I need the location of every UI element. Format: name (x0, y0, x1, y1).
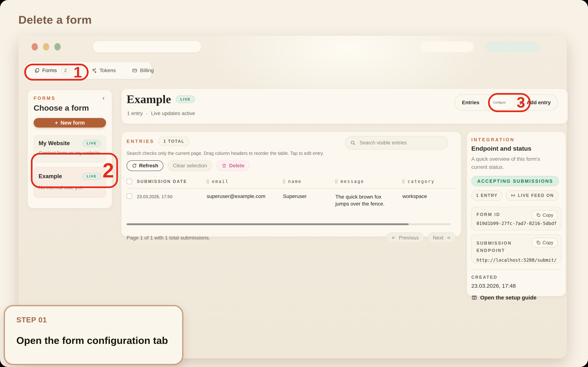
form-title: Example (127, 92, 171, 106)
broadcast-icon (510, 193, 516, 198)
next-label: Next (433, 235, 443, 241)
previous-page-button[interactable]: Previous (386, 233, 424, 243)
copy-endpoint-button[interactable]: Copy (531, 238, 558, 248)
entries-view-button[interactable]: Entries (457, 100, 485, 106)
new-form-label: New form (61, 120, 85, 126)
traffic-light-maximize[interactable] (54, 43, 61, 50)
entries-description: Search checks only the current page. Dra… (127, 151, 456, 156)
toolbar-placeholder[interactable] (420, 42, 474, 52)
delete-button[interactable]: Delete (216, 160, 250, 171)
arrow-left-icon (391, 235, 396, 240)
integration-panel: INTEGRATION Endpoint and status A quick … (467, 132, 566, 296)
entries-search (345, 136, 448, 150)
cell-name: Superuser (283, 193, 335, 199)
entry-count: 1 entry (127, 110, 143, 116)
cell-message: The quick brown fox jumps over the fence… (335, 193, 387, 207)
credit-card-icon (132, 68, 138, 73)
tutorial-canvas: Delete a form Forms 2 Tokens (0, 0, 588, 367)
form-live-badge: LIVE (176, 95, 195, 103)
plus-icon: + (55, 120, 58, 126)
forms-sidebar: FORMS Choose a form + New form My Websit… (27, 90, 112, 208)
entries-section-label: ENTRIES (127, 139, 154, 144)
drag-handle-icon[interactable] (283, 179, 285, 184)
table-row[interactable]: 23.03.2026, 17:50 superuser@example.com … (127, 189, 456, 215)
integration-section-label: INTEGRATION (471, 137, 561, 142)
submission-endpoint-box: SUBMISSION ENDPOINT Copy http://localhos… (471, 234, 561, 263)
address-bar-placeholder[interactable] (93, 41, 201, 52)
setup-guide-link[interactable]: Open the setup guide (471, 294, 561, 301)
clear-selection-button[interactable]: Clear selection (168, 160, 212, 171)
form-id-value: 019d1b99-27fc-7ad7-8216-5dbdfdb966 (476, 221, 556, 226)
arrow-right-icon (446, 235, 451, 240)
created-label: CREATED (471, 275, 561, 280)
row-checkbox[interactable] (127, 193, 132, 199)
table-header: SUBMISSION DATE email name message categ… (127, 175, 456, 189)
previous-label: Previous (399, 235, 419, 241)
step-card: STEP 01 Open the form configuration tab (4, 305, 183, 365)
refresh-button[interactable]: Refresh (127, 160, 163, 171)
entries-panel: ENTRIES 1 TOTAL Search checks only the c… (121, 132, 461, 237)
delete-label: Delete (229, 163, 244, 169)
tab-tokens-label: Tokens (99, 67, 116, 73)
column-header-name[interactable]: name (283, 179, 335, 184)
cell-date: 23.03.2026, 17:50 (137, 193, 207, 199)
refresh-icon (132, 163, 137, 168)
tab-billing-label: Billing (140, 67, 154, 73)
created-value: 23.03.2026, 17:48 (471, 283, 561, 289)
integration-heading: Endpoint and status (471, 145, 561, 152)
tab-tokens[interactable]: Tokens (91, 67, 116, 73)
meta-separator: · (146, 110, 148, 116)
cell-category: workspace (402, 193, 456, 199)
drag-handle-icon[interactable] (402, 179, 405, 184)
entries-total-badge: 1 TOTAL (159, 137, 189, 146)
column-header-email[interactable]: email (207, 179, 283, 184)
column-header-category[interactable]: category (402, 179, 456, 184)
account-placeholder[interactable] (486, 42, 539, 52)
step-instruction: Open the form configuration tab (16, 335, 171, 346)
annotation-number-3: 3 (517, 95, 525, 110)
page-title: Delete a form (18, 13, 92, 26)
endpoint-value: http://localhost:5288/submit/019d1b99 (476, 258, 556, 263)
sidebar-heading: Choose a form (34, 103, 106, 112)
accepting-submissions-badge: ACCEPTING SUBMISSIONS (471, 176, 559, 186)
cell-email: superuser@example.com (207, 193, 283, 199)
traffic-light-minimize[interactable] (43, 43, 49, 50)
tab-billing[interactable]: Billing (132, 67, 154, 73)
column-header-message[interactable]: message (335, 179, 402, 184)
sidebar-section-label: FORMS (34, 96, 56, 101)
copy-icon (536, 240, 541, 245)
drag-handle-icon[interactable] (335, 179, 337, 184)
trash-icon (222, 163, 227, 168)
form-card-title: My Website (39, 140, 70, 147)
collapse-sidebar-icon[interactable] (101, 96, 106, 101)
clear-selection-label: Clear selection (173, 163, 207, 169)
book-icon (471, 295, 477, 300)
select-all-checkbox[interactable] (127, 179, 132, 184)
copy-icon (536, 213, 541, 217)
table-scrollbar-thumb[interactable] (127, 223, 409, 225)
form-id-box: FORM ID Copy 019d1b99-27fc-7ad7-8216-5db… (471, 207, 561, 230)
annotation-number-1: 1 (73, 65, 82, 80)
annotation-number-2: 2 (103, 160, 114, 181)
live-badge: LIVE (82, 140, 101, 147)
column-header-date[interactable]: SUBMISSION DATE (137, 179, 207, 184)
submission-endpoint-label: SUBMISSION ENDPOINT (476, 240, 520, 254)
next-page-button[interactable]: Next (428, 233, 456, 243)
live-feed-badge: LIVE FEED ON (506, 190, 559, 200)
copy-form-id-button[interactable]: Copy (531, 210, 558, 220)
sparkles-icon (91, 68, 97, 73)
search-input[interactable] (345, 136, 448, 150)
step-label: STEP 01 (16, 316, 171, 324)
refresh-label: Refresh (139, 163, 158, 169)
drag-handle-icon[interactable] (207, 179, 209, 184)
traffic-light-close[interactable] (32, 43, 38, 50)
table-scrollbar-track (127, 223, 451, 225)
live-updates-status: Live updates active (151, 110, 195, 116)
integration-description: A quick overview of this form's current … (471, 155, 556, 171)
entry-count-badge: 1 ENTRY (471, 190, 502, 200)
pagination-summary: Page 1 of 1 with 1 total submissions. (127, 235, 210, 241)
search-icon (350, 140, 355, 146)
new-form-button[interactable]: + New form (34, 118, 106, 127)
